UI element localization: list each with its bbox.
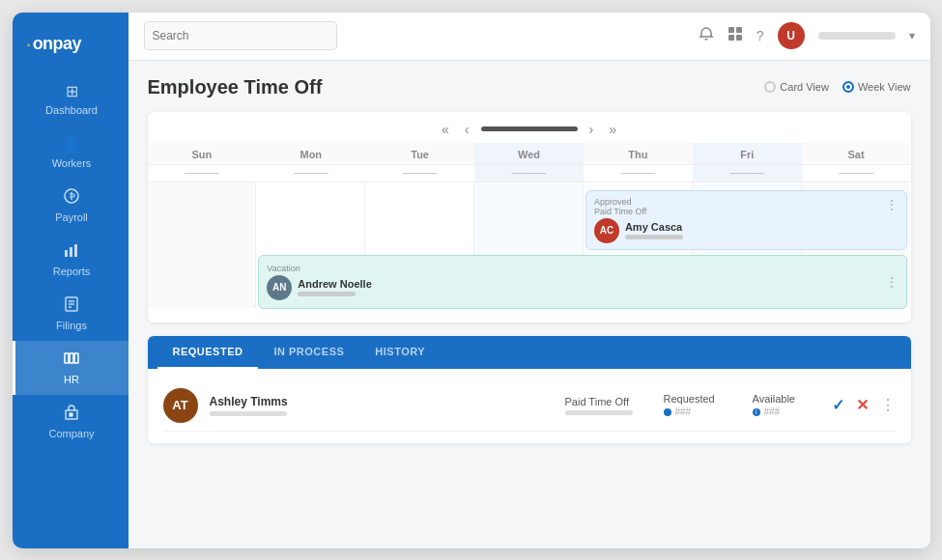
view-toggle: Card View Week View	[764, 81, 910, 93]
cal-date-mon: ─────	[256, 165, 365, 182]
main-content: ? U ▾ Employee Time Off Card View Week	[128, 13, 930, 548]
nav-prev-button[interactable]: ‹	[461, 120, 473, 139]
nav-last-button[interactable]: »	[605, 120, 620, 139]
approve-button[interactable]: ✓	[832, 396, 844, 414]
topbar: ? U ▾	[128, 13, 930, 61]
sidebar-item-filings[interactable]: Filings	[13, 287, 128, 341]
week-view-option[interactable]: Week View	[842, 81, 911, 93]
sidebar-item-label: HR	[64, 374, 79, 385]
panel-tabs: REQUESTED IN PROCESS HISTORY	[148, 336, 911, 369]
req-available-sub: i ###	[753, 406, 820, 417]
tab-requested[interactable]: REQUESTED	[157, 336, 259, 369]
nav-next-button[interactable]: ›	[585, 120, 598, 139]
cal-date-fri: ─────	[693, 165, 802, 182]
cal-date-tue: ─────	[365, 165, 474, 182]
company-icon	[64, 405, 79, 424]
nav-first-button[interactable]: «	[438, 120, 453, 139]
search-input[interactable]	[144, 21, 337, 50]
grid-icon[interactable]	[728, 26, 743, 45]
req-type-sub	[565, 410, 633, 415]
topbar-icons: ? U ▾	[699, 22, 915, 49]
svg-rect-13	[728, 27, 734, 33]
calendar-body: ApprovedPaid Time Off AC Amy Casca ⋮	[148, 182, 911, 322]
nav-bar	[481, 126, 578, 131]
cal-header-mon: Mon	[256, 143, 365, 165]
sidebar-item-workers[interactable]: 👤 Workers	[13, 126, 128, 179]
page-header: Employee Time Off Card View Week View	[148, 76, 911, 98]
calendar-dates: ───── ───── ───── ───── ───── ───── ────…	[148, 165, 911, 182]
req-available-label: Available	[753, 393, 820, 405]
deny-button[interactable]: ✕	[856, 396, 869, 414]
req-actions: ✓ ✕ ⋮	[832, 396, 896, 414]
event-amy-type-label: ApprovedPaid Time Off	[594, 197, 879, 216]
event-andrew-person: AN Andrew Noelle	[267, 275, 878, 300]
week-view-radio[interactable]	[842, 81, 854, 93]
sidebar-item-label: Reports	[53, 266, 91, 277]
sidebar-item-reports[interactable]: Reports	[13, 233, 128, 287]
app-window: · onpay ⊞ Dashboard 👤 Workers Payroll	[13, 13, 930, 548]
card-view-label: Card View	[780, 81, 829, 93]
event-andrew-menu-dots[interactable]: ⋮	[885, 274, 899, 290]
event-andrew-noelle[interactable]: Vacation AN Andrew Noelle ⋮	[258, 255, 906, 309]
card-view-radio[interactable]	[764, 81, 776, 93]
cal-header-tue: Tue	[365, 143, 474, 165]
event-andrew-sub	[298, 292, 356, 296]
sidebar: · onpay ⊞ Dashboard 👤 Workers Payroll	[13, 13, 128, 548]
cal-header-sun: Sun	[148, 143, 257, 165]
cal-date-thu: ─────	[584, 165, 693, 182]
event-amy-details: Amy Casca	[625, 221, 683, 239]
request-menu-dots[interactable]: ⋮	[880, 396, 896, 414]
svg-rect-9	[70, 353, 73, 363]
cal-date-sat: ─────	[802, 165, 911, 182]
req-status-label: Requested	[664, 393, 741, 405]
req-status-sub: ###	[664, 406, 741, 417]
sidebar-item-payroll[interactable]: Payroll	[13, 179, 128, 233]
event-amy-menu-dots[interactable]: ⋮	[885, 197, 899, 212]
event-amy-person: AC Amy Casca	[594, 218, 879, 243]
calendar-nav: « ‹ › »	[148, 112, 911, 143]
req-info: Ashley Timms	[210, 395, 554, 416]
calendar: « ‹ › » Sun Mon Tue Wed Thu Fri Sat	[148, 112, 911, 322]
event-amy-info: ApprovedPaid Time Off AC Amy Casca	[594, 197, 879, 243]
cal-date-sun: ─────	[148, 165, 257, 182]
logo-text: onpay	[33, 34, 82, 54]
event-andrew-details: Andrew Noelle	[298, 278, 371, 296]
help-icon[interactable]: ?	[756, 28, 764, 43]
hr-icon	[64, 350, 79, 370]
tab-inprocess[interactable]: IN PROCESS	[258, 336, 359, 369]
sidebar-item-label: Payroll	[55, 211, 88, 223]
tab-history[interactable]: HISTORY	[359, 336, 441, 369]
workers-icon: 👤	[62, 135, 81, 154]
svg-rect-14	[736, 27, 742, 33]
svg-rect-8	[65, 353, 69, 363]
calendar-header: Sun Mon Tue Wed Thu Fri Sat	[148, 143, 911, 165]
req-status: Requested ###	[664, 393, 741, 417]
sidebar-item-hr[interactable]: HR	[13, 341, 128, 395]
event-amy-avatar: AC	[594, 218, 619, 243]
svg-rect-1	[65, 250, 68, 257]
info-dot: i	[753, 408, 760, 416]
event-amy-sub	[625, 235, 683, 239]
user-avatar[interactable]: U	[778, 22, 805, 49]
dashboard-icon: ⊞	[66, 82, 78, 100]
payroll-icon	[64, 188, 79, 208]
req-name-sub	[210, 411, 287, 416]
cal-header-wed: Wed	[474, 143, 584, 165]
card-view-option[interactable]: Card View	[764, 81, 829, 93]
cal-header-fri: Fri	[693, 143, 802, 165]
req-available: Available i ###	[753, 393, 820, 417]
event-amy-name: Amy Casca	[625, 221, 683, 233]
svg-rect-16	[736, 35, 742, 41]
event-amy-casca[interactable]: ApprovedPaid Time Off AC Amy Casca ⋮	[585, 190, 907, 250]
event-andrew-name: Andrew Noelle	[298, 278, 371, 290]
sidebar-item-label: Company	[48, 428, 94, 439]
avail-val: ###	[764, 406, 781, 417]
sidebar-item-dashboard[interactable]: ⊞ Dashboard	[13, 72, 128, 126]
user-menu-chevron[interactable]: ▾	[909, 29, 915, 42]
bell-icon[interactable]	[699, 26, 714, 45]
page-title: Employee Time Off	[148, 76, 323, 98]
cal-cell-sun	[148, 182, 257, 308]
request-row: AT Ashley Timms Paid Time Off Requested	[163, 380, 896, 432]
event-andrew-info: Vacation AN Andrew Noelle	[267, 264, 878, 300]
sidebar-item-company[interactable]: Company	[13, 395, 128, 449]
